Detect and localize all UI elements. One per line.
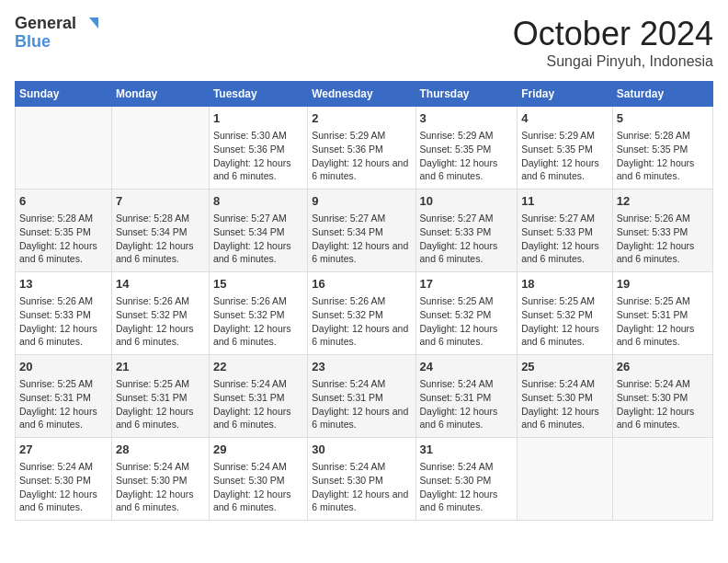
sunset-text: Sunset: 5:31 PM (617, 309, 688, 320)
calendar-cell: 14Sunrise: 5:26 AMSunset: 5:32 PMDayligh… (111, 272, 209, 355)
location: Sungai Pinyuh, Indonesia (513, 53, 713, 70)
day-number: 18 (521, 276, 609, 293)
calendar-cell: 26Sunrise: 5:24 AMSunset: 5:30 PMDayligh… (612, 355, 712, 438)
daylight-text: Daylight: 12 hours and 6 minutes. (312, 240, 408, 265)
sunset-text: Sunset: 5:33 PM (521, 226, 593, 237)
sunrise-text: Sunrise: 5:29 AM (312, 130, 385, 141)
calendar-cell: 28Sunrise: 5:24 AMSunset: 5:30 PMDayligh… (111, 438, 209, 521)
sunrise-text: Sunrise: 5:26 AM (116, 295, 189, 306)
daylight-text: Daylight: 12 hours and 6 minutes. (19, 488, 97, 513)
calendar-cell: 23Sunrise: 5:24 AMSunset: 5:31 PMDayligh… (308, 355, 415, 438)
calendar-cell (111, 107, 209, 190)
sunset-text: Sunset: 5:36 PM (213, 144, 285, 155)
week-row-4: 20Sunrise: 5:25 AMSunset: 5:31 PMDayligh… (16, 355, 713, 438)
sunrise-text: Sunrise: 5:24 AM (312, 461, 385, 472)
day-number: 23 (312, 359, 411, 375)
daylight-text: Daylight: 12 hours and 6 minutes. (420, 323, 498, 348)
sunrise-text: Sunrise: 5:28 AM (617, 130, 690, 141)
day-number: 6 (19, 193, 108, 210)
calendar-cell (16, 107, 112, 190)
calendar-cell: 16Sunrise: 5:26 AMSunset: 5:32 PMDayligh… (308, 272, 415, 355)
day-number: 12 (617, 193, 709, 210)
sunrise-text: Sunrise: 5:26 AM (312, 295, 385, 306)
sunset-text: Sunset: 5:30 PM (19, 475, 91, 486)
logo-text-blue: Blue (15, 33, 98, 52)
sunrise-text: Sunrise: 5:25 AM (19, 378, 93, 389)
sunset-text: Sunset: 5:30 PM (213, 475, 285, 486)
sunrise-text: Sunrise: 5:26 AM (617, 213, 690, 224)
sunset-text: Sunset: 5:32 PM (521, 309, 593, 320)
sunset-text: Sunset: 5:30 PM (617, 392, 688, 403)
sunrise-text: Sunrise: 5:28 AM (19, 213, 93, 224)
daylight-text: Daylight: 12 hours and 6 minutes. (521, 157, 599, 182)
day-number: 2 (312, 110, 411, 127)
calendar-cell: 25Sunrise: 5:24 AMSunset: 5:30 PMDayligh… (518, 355, 613, 438)
sunrise-text: Sunrise: 5:24 AM (617, 378, 690, 389)
day-number: 1 (213, 110, 303, 127)
week-row-3: 13Sunrise: 5:26 AMSunset: 5:33 PMDayligh… (16, 272, 713, 355)
calendar-cell: 4Sunrise: 5:29 AMSunset: 5:35 PMDaylight… (518, 107, 613, 190)
calendar-cell: 7Sunrise: 5:28 AMSunset: 5:34 PMDaylight… (111, 190, 209, 272)
day-number: 15 (213, 276, 303, 293)
header-sunday: Sunday (16, 82, 112, 107)
sunrise-text: Sunrise: 5:27 AM (420, 213, 494, 224)
day-number: 10 (420, 193, 514, 210)
calendar-table: SundayMondayTuesdayWednesdayThursdayFrid… (15, 81, 713, 521)
calendar-cell (518, 438, 613, 521)
sunset-text: Sunset: 5:31 PM (420, 392, 492, 403)
calendar-cell: 21Sunrise: 5:25 AMSunset: 5:31 PMDayligh… (111, 355, 209, 438)
title-block: October 2024 Sungai Pinyuh, Indonesia (513, 15, 713, 70)
sunset-text: Sunset: 5:31 PM (19, 392, 91, 403)
sunrise-text: Sunrise: 5:24 AM (420, 461, 494, 472)
sunset-text: Sunset: 5:31 PM (213, 392, 285, 403)
sunset-text: Sunset: 5:35 PM (19, 226, 91, 237)
sunrise-text: Sunrise: 5:24 AM (420, 378, 494, 389)
sunset-text: Sunset: 5:36 PM (312, 144, 383, 155)
day-number: 28 (116, 442, 205, 458)
daylight-text: Daylight: 12 hours and 6 minutes. (19, 240, 97, 265)
calendar-cell: 15Sunrise: 5:26 AMSunset: 5:32 PMDayligh… (209, 272, 307, 355)
day-number: 8 (213, 193, 303, 210)
sunrise-text: Sunrise: 5:26 AM (213, 295, 287, 306)
sunrise-text: Sunrise: 5:26 AM (19, 295, 93, 306)
header-wednesday: Wednesday (308, 82, 415, 107)
day-number: 20 (19, 359, 108, 375)
daylight-text: Daylight: 12 hours and 6 minutes. (116, 406, 194, 431)
day-number: 25 (521, 359, 609, 375)
daylight-text: Daylight: 12 hours and 6 minutes. (312, 323, 408, 348)
sunrise-text: Sunrise: 5:24 AM (116, 461, 189, 472)
calendar-cell: 11Sunrise: 5:27 AMSunset: 5:33 PMDayligh… (518, 190, 613, 272)
calendar-cell: 10Sunrise: 5:27 AMSunset: 5:33 PMDayligh… (415, 190, 518, 272)
sunrise-text: Sunrise: 5:28 AM (116, 213, 189, 224)
calendar-cell: 2Sunrise: 5:29 AMSunset: 5:36 PMDaylight… (308, 107, 415, 190)
daylight-text: Daylight: 12 hours and 6 minutes. (19, 406, 97, 431)
daylight-text: Daylight: 12 hours and 6 minutes. (521, 323, 599, 348)
calendar-cell: 19Sunrise: 5:25 AMSunset: 5:31 PMDayligh… (612, 272, 712, 355)
day-number: 14 (116, 276, 205, 293)
sunset-text: Sunset: 5:30 PM (116, 475, 188, 486)
sunrise-text: Sunrise: 5:24 AM (312, 378, 385, 389)
day-number: 9 (312, 193, 411, 210)
sunrise-text: Sunrise: 5:29 AM (420, 130, 494, 141)
sunset-text: Sunset: 5:32 PM (420, 309, 492, 320)
header-saturday: Saturday (612, 82, 712, 107)
day-number: 26 (617, 359, 709, 375)
sunset-text: Sunset: 5:34 PM (116, 226, 188, 237)
day-number: 11 (521, 193, 609, 210)
week-row-2: 6Sunrise: 5:28 AMSunset: 5:35 PMDaylight… (16, 190, 713, 272)
header-row: SundayMondayTuesdayWednesdayThursdayFrid… (16, 82, 713, 107)
sunset-text: Sunset: 5:33 PM (420, 226, 492, 237)
sunset-text: Sunset: 5:30 PM (521, 392, 593, 403)
day-number: 17 (420, 276, 514, 293)
calendar-cell: 29Sunrise: 5:24 AMSunset: 5:30 PMDayligh… (209, 438, 307, 521)
sunrise-text: Sunrise: 5:29 AM (521, 130, 595, 141)
sunset-text: Sunset: 5:33 PM (19, 309, 91, 320)
daylight-text: Daylight: 12 hours and 6 minutes. (213, 240, 291, 265)
sunrise-text: Sunrise: 5:24 AM (19, 461, 93, 472)
sunset-text: Sunset: 5:34 PM (312, 226, 383, 237)
day-number: 27 (19, 442, 108, 458)
day-number: 16 (312, 276, 411, 293)
day-number: 13 (19, 276, 108, 293)
day-number: 31 (420, 442, 514, 458)
sunset-text: Sunset: 5:32 PM (213, 309, 285, 320)
